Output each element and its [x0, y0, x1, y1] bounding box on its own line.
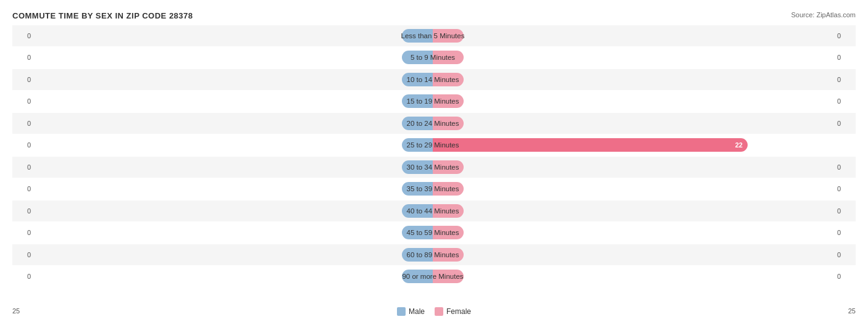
female-bar-side	[433, 91, 835, 112]
bar-row: 0 25 to 29 Minutes 22	[12, 134, 856, 155]
male-bar-side	[31, 266, 433, 287]
bar-row: 0 10 to 14 Minutes 0	[12, 69, 856, 90]
row-bars-container: 60 to 89 Minutes	[31, 244, 835, 265]
chart-container: COMMUTE TIME BY SEX IN ZIP CODE 28378 So…	[0, 0, 868, 322]
row-male-value: 0	[12, 207, 31, 215]
row-male-value: 0	[12, 54, 31, 61]
legend-female: Female	[435, 307, 471, 316]
row-bars-container: 5 to 9 Minutes	[31, 47, 835, 68]
bar-row: 0 40 to 44 Minutes 0	[12, 200, 856, 221]
bar-row: 0 35 to 39 Minutes 0	[12, 178, 856, 199]
male-bar-side	[31, 222, 433, 243]
male-label: Male	[409, 307, 425, 316]
male-bar-side	[31, 200, 433, 221]
female-bar-side	[433, 25, 835, 46]
male-bar-side	[31, 47, 433, 68]
row-male-value: 0	[12, 141, 31, 149]
row-female-value: 0	[837, 185, 856, 192]
bar-row: 0 Less than 5 Minutes 0	[12, 25, 856, 46]
bar-row: 0 60 to 89 Minutes 0	[12, 244, 856, 265]
male-bar	[402, 204, 433, 218]
male-color-box	[397, 307, 406, 316]
row-bars-container: 35 to 39 Minutes	[31, 178, 835, 199]
row-female-value: 0	[837, 273, 856, 280]
row-male-value: 0	[12, 97, 31, 105]
source-label: Source: ZipAtlas.com	[791, 11, 856, 19]
female-bar-side	[433, 222, 835, 243]
male-bar	[402, 226, 433, 239]
male-bar-side	[31, 25, 433, 46]
male-bar-side	[31, 113, 433, 134]
bar-row: 0 20 to 24 Minutes 0	[12, 113, 856, 134]
row-female-value: 0	[837, 54, 856, 61]
female-bar	[433, 29, 464, 43]
row-bars-container: 45 to 59 Minutes	[31, 222, 835, 243]
row-bars-container: 10 to 14 Minutes	[31, 69, 835, 90]
female-bar-value: 22	[735, 141, 748, 149]
bar-row: 0 90 or more Minutes 0	[12, 266, 856, 287]
male-bar	[402, 29, 433, 43]
male-bar	[402, 73, 433, 86]
row-female-value: 0	[837, 76, 856, 83]
female-bar	[433, 160, 464, 174]
row-female-value: 0	[837, 251, 856, 258]
row-female-value: 0	[837, 120, 856, 127]
female-bar-side	[433, 200, 835, 221]
row-bars-container: 25 to 29 Minutes 22	[31, 134, 835, 155]
row-female-value: 0	[837, 97, 856, 105]
chart-title: COMMUTE TIME BY SEX IN ZIP CODE 28378	[12, 11, 856, 20]
female-bar	[433, 73, 464, 86]
row-female-value: 0	[837, 32, 856, 39]
female-bar	[433, 94, 464, 108]
male-bar	[402, 160, 433, 174]
row-male-value: 0	[12, 163, 31, 171]
female-bar-side	[433, 47, 835, 68]
female-color-box	[435, 307, 443, 316]
row-female-value: 0	[837, 229, 856, 236]
legend: Male Female	[397, 307, 471, 316]
male-bar-side	[31, 91, 433, 112]
female-bar	[433, 117, 464, 130]
bar-row: 0 45 to 59 Minutes 0	[12, 222, 856, 243]
female-bar-side	[433, 113, 835, 134]
female-bar-side	[433, 266, 835, 287]
legend-male: Male	[397, 307, 425, 316]
row-bars-container: 20 to 24 Minutes	[31, 113, 835, 134]
female-bar-side	[433, 157, 835, 178]
male-bar	[402, 117, 433, 130]
female-label: Female	[446, 307, 471, 316]
female-bar-side: 22	[433, 134, 835, 155]
male-bar-side	[31, 69, 433, 90]
female-bar: 22	[433, 138, 748, 152]
row-bars-container: 90 or more Minutes	[31, 266, 835, 287]
male-bar	[402, 94, 433, 108]
female-bar-side	[433, 244, 835, 265]
female-bar	[433, 226, 464, 239]
female-bar-side	[433, 178, 835, 199]
female-bar	[433, 248, 464, 262]
bar-row: 0 15 to 19 Minutes 0	[12, 91, 856, 112]
row-male-value: 0	[12, 76, 31, 83]
female-bar	[433, 270, 464, 283]
row-bars-container: 15 to 19 Minutes	[31, 91, 835, 112]
male-bar-side	[31, 134, 433, 155]
row-bars-container: Less than 5 Minutes	[31, 25, 835, 46]
bar-row: 0 30 to 34 Minutes 0	[12, 157, 856, 178]
legend-area: Male Female	[0, 307, 868, 316]
row-male-value: 0	[12, 251, 31, 258]
row-female-value: 0	[837, 163, 856, 171]
row-male-value: 0	[12, 32, 31, 39]
male-bar	[402, 51, 433, 64]
row-female-value: 0	[837, 207, 856, 215]
female-bar	[433, 51, 464, 64]
male-bar	[402, 182, 433, 196]
male-bar	[402, 248, 433, 262]
male-bar-side	[31, 178, 433, 199]
row-bars-container: 40 to 44 Minutes	[31, 200, 835, 221]
row-male-value: 0	[12, 273, 31, 280]
female-bar	[433, 204, 464, 218]
male-bar-side	[31, 157, 433, 178]
male-bar	[402, 270, 433, 283]
female-bar	[433, 182, 464, 196]
male-bar	[402, 138, 433, 152]
